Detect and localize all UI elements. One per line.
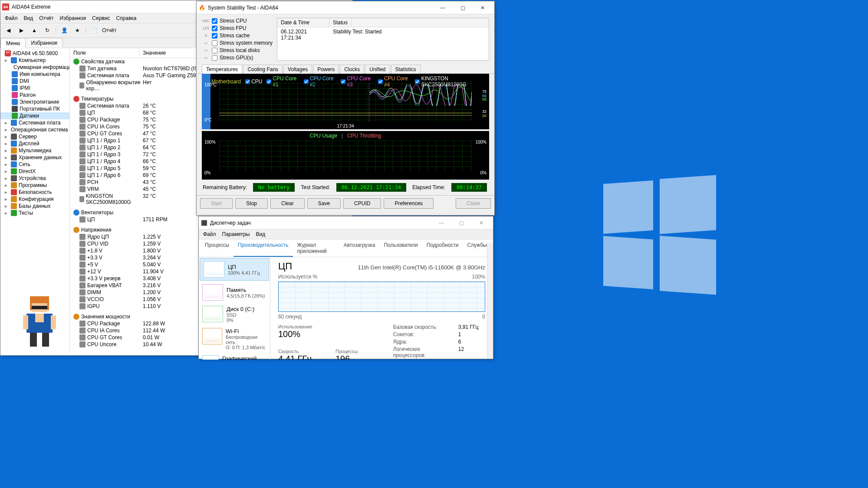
sst-tab-Powers[interactable]: Powers — [313, 65, 339, 74]
tree-IPMI[interactable]: IPMI — [0, 85, 69, 92]
tree-Компьютер[interactable]: ▸Компьютер — [0, 57, 69, 64]
tree-root[interactable]: 64 AIDA64 v6.50.5800 — [0, 50, 69, 57]
tab-favorites[interactable]: Избранное — [25, 38, 63, 48]
user-icon[interactable]: 👤 — [59, 25, 69, 36]
sst-tab-Statistics[interactable]: Statistics — [391, 65, 421, 74]
svg-rect-2 — [32, 306, 47, 309]
log-col-status[interactable]: Status — [329, 18, 352, 27]
close-button[interactable]: ✕ — [471, 216, 491, 229]
tm-tab-Процессы[interactable]: Процессы — [201, 239, 233, 257]
stress-Stress CPU[interactable]: ABCStress CPU — [202, 18, 273, 24]
stress-Stress system memory[interactable]: ▭Stress system memory — [202, 40, 273, 46]
log-col-date[interactable]: Date & Time — [277, 18, 329, 27]
menu-Сервис[interactable]: Сервис — [92, 15, 110, 21]
tm-tab-Подробности[interactable]: Подробности — [422, 239, 463, 257]
preferences-button[interactable]: Preferences — [384, 198, 434, 209]
start-button: Start — [200, 198, 233, 209]
tree-Мультимедиа[interactable]: ▸Мультимедиа — [0, 147, 69, 154]
sst-tab-Cooling Fans[interactable]: Cooling Fans — [243, 65, 283, 74]
tree-Сеть[interactable]: ▸Сеть — [0, 161, 69, 168]
up-button[interactable]: ▲ — [29, 25, 39, 36]
tree-Электропитание[interactable]: Электропитание — [0, 98, 69, 105]
tm-menu-Параметры[interactable]: Параметры — [222, 231, 250, 237]
taskmgr-sidebar[interactable]: ЦП100% 4,41 ГГцПамять4,5/15,8 ГБ (28%)Ди… — [199, 257, 270, 360]
tree-Датчики[interactable]: Датчики — [0, 112, 69, 119]
menu-Вид[interactable]: Вид — [24, 15, 33, 21]
tree-Разгон[interactable]: Разгон — [0, 92, 69, 98]
tree-Хранение данных[interactable]: ▸Хранение данных — [0, 154, 69, 161]
started-badge: 06.12.2021 17:21:34 — [336, 183, 406, 192]
sst-tab-Voltages[interactable]: Voltages — [283, 65, 312, 74]
tm-card-Wi-Fi[interactable]: Wi-FiБеспроводная сетьО: 0 П: 1,3 Мбит/с — [199, 325, 270, 353]
log-table: Date & Time Status 06.12.2021 17:21:34 S… — [277, 18, 489, 61]
close-button[interactable]: ✕ — [473, 1, 493, 14]
menu-Отчёт[interactable]: Отчёт — [39, 15, 53, 21]
tree-DirectX[interactable]: ▸DirectX — [0, 168, 69, 175]
report-label[interactable]: Отчёт — [102, 27, 116, 33]
maximize-button[interactable]: ▢ — [453, 1, 473, 14]
sst-chart-tabs: TemperaturesCooling FansVoltagesPowersCl… — [197, 64, 494, 74]
tree-Портативный ПК[interactable]: Портативный ПК — [0, 105, 69, 112]
menu-Избранное[interactable]: Избранное — [60, 15, 86, 21]
star-icon[interactable]: ★ — [72, 25, 82, 36]
stop-button[interactable]: Stop — [235, 198, 268, 209]
svg-rect-7 — [30, 333, 37, 347]
cpu-name: 11th Gen Intel(R) Core(TM) i5-11600K @ 3… — [358, 264, 485, 271]
tree-Базы данных[interactable]: ▸Базы данных — [0, 203, 69, 210]
stress-Stress cache[interactable]: ⎘Stress cache — [202, 33, 273, 39]
tm-tab-Журнал приложений[interactable]: Журнал приложений — [293, 239, 339, 257]
cpuid-button[interactable]: CPUID — [343, 198, 381, 209]
tree-Безопасность[interactable]: ▸Безопасность — [0, 189, 69, 196]
tree-Системная плата[interactable]: ▸Системная плата — [0, 119, 69, 126]
clear-button[interactable]: Clear — [270, 198, 305, 209]
taskmgr-main: ЦП 11th Gen Intel(R) Core(TM) i5-11600K … — [270, 257, 493, 360]
tree-Сервер[interactable]: ▸Сервер — [0, 133, 69, 140]
tree-Устройства[interactable]: ▸Устройства — [0, 175, 69, 182]
back-button[interactable]: ◀ — [3, 25, 13, 36]
tm-menu-Вид[interactable]: Вид — [256, 231, 265, 237]
taskmgr-title: Диспетчер задач — [210, 220, 431, 226]
sst-tab-Unified[interactable]: Unified — [365, 65, 390, 74]
tm-menu-Файл[interactable]: Файл — [203, 231, 216, 237]
col-field[interactable]: Поле — [70, 48, 139, 58]
tm-tab-Производительность[interactable]: Производительность — [233, 239, 293, 257]
tm-tab-Автозагрузка[interactable]: Автозагрузка — [339, 239, 380, 257]
tm-card-Память[interactable]: Память4,5/15,8 ГБ (28%) — [199, 282, 270, 303]
tm-card-Графический про…[interactable]: Графический про…Intel(R) UHD Graphics 7…… — [199, 353, 270, 360]
taskmgr-titlebar[interactable]: ⬛ Диспетчер задач — ▢ ✕ — [199, 216, 493, 229]
save-button[interactable]: Save — [307, 198, 341, 209]
minimize-button[interactable]: — — [433, 1, 453, 14]
stress-Stress FPU[interactable]: 123Stress FPU — [202, 25, 273, 31]
report-icon[interactable]: 📄 — [89, 25, 99, 36]
stat-Процессы: Процессы196 — [335, 349, 366, 360]
windows-logo — [603, 174, 716, 286]
stress-Stress local disks[interactable]: ▭Stress local disks — [202, 47, 273, 53]
refresh-button[interactable]: ↻ — [42, 25, 53, 36]
tab-menu[interactable]: Меню — [0, 38, 26, 48]
sst-tab-Clocks[interactable]: Clocks — [340, 65, 364, 74]
tm-card-Диск 0 (C:)[interactable]: Диск 0 (C:)SSD0% — [199, 303, 270, 325]
tree-Суммарная информация[interactable]: Суммарная информация — [0, 64, 69, 71]
sst-tab-Temperatures[interactable]: Temperatures — [202, 65, 242, 74]
sst-statusbar: Remaining Battery: No battery Test Start… — [197, 180, 494, 195]
tree-DMI[interactable]: DMI — [0, 78, 69, 85]
tree-Операционная система[interactable]: ▸Операционная система — [0, 126, 69, 133]
menu-Файл[interactable]: Файл — [5, 15, 18, 21]
forward-button[interactable]: ▶ — [16, 25, 26, 36]
usage-chart: CPU Usage | CPU Throttling 100% 0% 100% … — [202, 131, 489, 180]
menu-Справка[interactable]: Справка — [116, 15, 136, 21]
scrollbar[interactable] — [487, 242, 493, 359]
stress-Stress GPU(s)[interactable]: ▭Stress GPU(s) — [202, 55, 273, 61]
tree-Имя компьютера[interactable]: Имя компьютера — [0, 71, 69, 78]
tm-card-ЦП[interactable]: ЦП100% 4,41 ГГц — [200, 258, 269, 281]
kv-Базовая скорость:: Базовая скорость:3,91 ГГц — [393, 324, 485, 330]
tree-Программы[interactable]: ▸Программы — [0, 182, 69, 189]
tree-Конфигурация[interactable]: ▸Конфигурация — [0, 196, 69, 203]
elapsed-badge: 00:14:37 — [451, 183, 487, 192]
tm-tab-Пользователи[interactable]: Пользователи — [379, 239, 422, 257]
maximize-button[interactable]: ▢ — [451, 216, 471, 229]
sst-titlebar[interactable]: 🔥 System Stability Test - AIDA64 — ▢ ✕ — [197, 1, 494, 14]
tree-Дисплей[interactable]: ▸Дисплей — [0, 140, 69, 147]
minimize-button[interactable]: — — [431, 216, 451, 229]
tree-Тесты[interactable]: ▸Тесты — [0, 210, 69, 216]
